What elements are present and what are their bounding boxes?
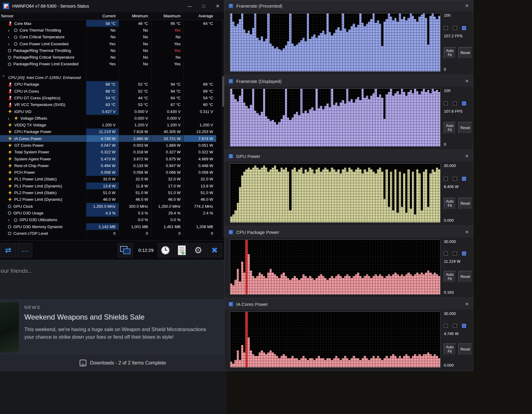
graph-option-checkbox[interactable]	[453, 177, 457, 181]
friends-text[interactable]: our friends...	[0, 260, 226, 274]
auto-fit-button[interactable]: Auto Fit	[444, 47, 456, 59]
sensor-group-row[interactable]: ›CPU [#0]: Intel Core i7-1255U: Enhanced	[0, 74, 216, 81]
graph-option-checkbox[interactable]	[453, 251, 457, 255]
news-thumbnail[interactable]	[0, 302, 19, 352]
y-min-value[interactable]: 0.163	[444, 290, 471, 295]
sensor-row[interactable]: CPU IA Cores68 °C52 °C94 °C69 °C	[0, 88, 216, 94]
sensor-row[interactable]: Package/Ring Critical TemperatureNoNoNo	[0, 54, 216, 60]
y-max-value[interactable]: 30.000	[444, 311, 471, 316]
swap-columns-button[interactable]: ⇄	[1, 243, 16, 257]
column-current[interactable]: Current	[86, 14, 119, 18]
close-icon[interactable]: ✕	[465, 3, 469, 9]
graph-option-checkbox[interactable]	[444, 26, 448, 30]
auto-fit-button[interactable]: Auto Fit	[444, 271, 456, 282]
y-min-value[interactable]: 0	[444, 142, 471, 147]
sensor-row[interactable]: GPU D3D Memory Dynamic1,142 MB1,001 MB1,…	[0, 223, 216, 230]
column-average[interactable]: Average	[184, 14, 216, 18]
graph-option-checkbox[interactable]	[444, 251, 448, 255]
sensor-row[interactable]: ›Core Power Limit ExceededYesNoYes	[0, 40, 216, 47]
sensor-row[interactable]: IA Cores Power4.745 W2.880 W33.721 W7.67…	[0, 135, 216, 142]
graph-option-checkbox[interactable]	[453, 101, 457, 105]
sensor-row[interactable]: VR VCC Temperature (SVID)63 °C53 °C67 °C…	[0, 101, 216, 108]
close-icon[interactable]: ✕	[465, 153, 469, 159]
graph-option-checkbox[interactable]	[444, 177, 448, 181]
panel-titlebar[interactable]: IA Cores Power ✕	[224, 299, 473, 310]
panel-titlebar[interactable]: Framerate (Presented) ✕	[224, 0, 473, 11]
close-icon[interactable]: ✕	[465, 78, 469, 84]
remote-monitoring-button[interactable]	[118, 243, 133, 257]
sensor-row[interactable]: PL1 Power Limit (Static)32.0 W32.0 W32.0…	[0, 176, 216, 183]
reset-button[interactable]: Reset	[458, 198, 472, 209]
sensor-row[interactable]: PL2 Power Limit (Static)51.0 W51.0 W51.0…	[0, 189, 216, 196]
settings-button[interactable]: ⚙	[191, 243, 206, 257]
reset-button[interactable]: Reset	[458, 271, 472, 282]
column-minimum[interactable]: Minimum	[119, 14, 151, 18]
close-icon[interactable]: ✕	[465, 301, 469, 307]
graph-option-checkbox[interactable]	[453, 26, 457, 30]
sensor-row[interactable]: PCH Power0.056 W0.056 W0.068 W0.056 W	[0, 169, 216, 176]
expand-arrow-icon[interactable]: ›	[2, 75, 6, 80]
auto-fit-button[interactable]: Auto Fit	[444, 198, 456, 209]
panel-titlebar[interactable]: Framerate (Displayed) ✕	[224, 76, 473, 87]
minimize-button[interactable]: —	[183, 0, 197, 12]
expand-arrow-icon[interactable]: ›	[8, 116, 14, 121]
close-sensors-button[interactable]: ✖	[207, 243, 222, 257]
panel-titlebar[interactable]: GPU Power ✕	[224, 151, 473, 162]
y-min-value[interactable]: 0.000	[444, 218, 471, 223]
sensor-row[interactable]: PL2 Power Limit (Dynamic)46.0 W46.0 W46.…	[0, 196, 216, 203]
reset-button[interactable]: Reset	[458, 344, 472, 355]
y-max-value[interactable]: 100	[444, 13, 471, 18]
sensor-row[interactable]: CPU GT Cores (Graphics)54 °C44 °C64 °C54…	[0, 94, 216, 101]
maximize-button[interactable]: □	[197, 0, 211, 12]
y-max-value[interactable]: 100	[444, 88, 471, 93]
close-button[interactable]: ✕	[211, 0, 225, 12]
logging-clock-button[interactable]	[158, 243, 173, 257]
sensor-row[interactable]: GPU Clock1,250.0 MHz300.0 MHz1,250.0 MHz…	[0, 203, 216, 210]
auto-fit-button[interactable]: Auto Fit	[444, 344, 456, 355]
sensor-row[interactable]: Core Max58 °C46 °C95 °C64 °C	[0, 20, 216, 27]
graph-option-checkbox[interactable]	[462, 26, 466, 30]
news-headline[interactable]: Weekend Weapons and Shields Sale	[24, 313, 206, 321]
sensor-row[interactable]: GT Cores Power0.047 W0.003 W1.869 W0.051…	[0, 142, 216, 149]
sensor-row[interactable]: Current cTDP Level0000	[0, 230, 216, 237]
expand-arrow-icon[interactable]: ›	[8, 28, 14, 33]
graph-option-checkbox[interactable]	[444, 101, 448, 105]
sensor-row[interactable]: ›GPU D3D Utilizations0.0 %0.0 %	[0, 217, 216, 223]
sensor-row[interactable]: ›Voltage Offsets0.000 V0.000 V	[0, 115, 216, 121]
sensor-row[interactable]: VDDQ TX Voltage1.200 V1.200 V1.200 V1.20…	[0, 121, 216, 128]
expand-arrow-icon[interactable]: ›	[8, 35, 14, 39]
sensor-row[interactable]: CPU Package Power11.219 W7.618 W40.305 W…	[0, 128, 216, 135]
sensor-row[interactable]: Total System Power0.322 W0.318 W0.327 W0…	[0, 149, 216, 156]
sensor-row[interactable]: CPU Package68 °C52 °C94 °C69 °C	[0, 81, 216, 88]
sensor-row[interactable]: ›Core Critical TemperatureNoNoNo	[0, 34, 216, 40]
graph-option-checkbox[interactable]	[462, 324, 466, 328]
sensor-row[interactable]: GPU D3D Usage4.3 %0.3 %29.4 %2.4 %	[0, 210, 216, 216]
column-maximum[interactable]: Maximum	[151, 14, 184, 18]
sensor-row[interactable]: ›Core Thermal ThrottlingNoNoYes	[0, 27, 216, 33]
sensor-row[interactable]: Package/Ring Thermal ThrottlingNoNoYes	[0, 47, 216, 54]
sensor-row[interactable]: PL1 Power Limit (Dynamic)13.8 W11.8 W17.…	[0, 183, 216, 189]
graph-option-checkbox[interactable]	[444, 324, 448, 328]
graph-option-checkbox[interactable]	[462, 177, 466, 181]
column-sensor[interactable]: Sensor	[0, 14, 86, 18]
sensor-row[interactable]: Package/Ring Power Limit ExceededYesNoYe…	[0, 61, 216, 67]
sensor-row[interactable]: System Agent Power5.473 W3.672 W5.875 W4…	[0, 156, 216, 162]
sensor-row[interactable]: iGPU VID0.427 V0.000 V0.430 V0.311 V	[0, 108, 216, 115]
hwinfo-titlebar[interactable]: HWiNFO64 v7.68-5300 - Sensors Status — □…	[0, 0, 226, 12]
expand-arrow-icon[interactable]: ›	[8, 42, 14, 46]
graph-option-checkbox[interactable]	[462, 251, 466, 255]
close-icon[interactable]: ✕	[465, 229, 469, 235]
sensor-row[interactable]: Rest-of-Chip Power0.494 W0.133 W0.947 W0…	[0, 162, 216, 169]
panel-titlebar[interactable]: CPU Package Power ✕	[224, 227, 473, 238]
graph-option-checkbox[interactable]	[453, 324, 457, 328]
y-min-value[interactable]: 0.000	[444, 363, 471, 368]
y-min-value[interactable]: 0	[444, 67, 471, 72]
y-max-value[interactable]: 30.000	[444, 163, 471, 168]
expand-arrow-icon[interactable]: ›	[8, 217, 14, 222]
report-button[interactable]: +	[174, 243, 189, 257]
reset-button[interactable]: Reset	[458, 47, 472, 59]
reset-button[interactable]: Reset	[458, 122, 472, 134]
downloads-bar[interactable]: ↓ Downloads - 2 of 2 Items Complete	[0, 354, 226, 371]
collapse-columns-button[interactable]: →←	[17, 243, 32, 257]
y-max-value[interactable]: 30.000	[444, 239, 471, 244]
